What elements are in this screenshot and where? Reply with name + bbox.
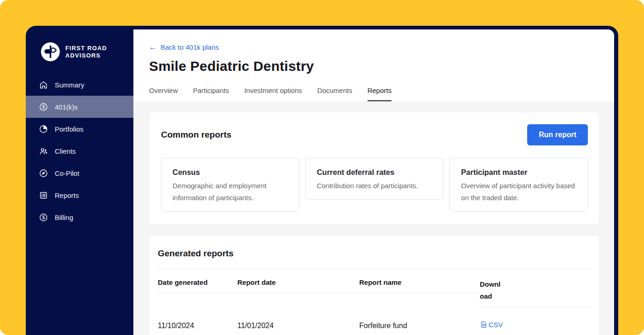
cell-date-generated: 11/10/2024: [158, 308, 237, 335]
report-card-census[interactable]: Census Demographic and employment inform…: [161, 158, 299, 212]
tab-reports[interactable]: Reports: [368, 87, 392, 101]
column-header-report-date: Report date: [237, 269, 359, 293]
report-card-description: Contribution rates of participants.: [317, 180, 432, 192]
report-card-description: Overview of participant activity based o…: [461, 180, 576, 204]
cell-report-name: Forfeiture fund: [359, 308, 480, 335]
sidebar-item-label: Reports: [55, 191, 79, 199]
sidebar-item-label: Co-Pilot: [55, 169, 79, 177]
dollar-circle-icon: $: [39, 102, 48, 112]
sidebar-item-copilot[interactable]: Co-Pilot: [26, 162, 133, 184]
compass-icon: [39, 168, 48, 178]
report-card-title: Participant master: [461, 168, 576, 177]
csv-download-link[interactable]: CSV: [480, 321, 503, 329]
document-icon: [480, 321, 488, 329]
cell-report-date: 11/01/2024: [237, 308, 359, 335]
pie-chart-icon: [39, 124, 48, 134]
report-card-title: Census: [172, 168, 288, 177]
table-header-row: Date generated Report date Report name D…: [158, 269, 591, 307]
sidebar-item-reports[interactable]: Reports: [26, 184, 133, 206]
cell-download: CSV: [480, 307, 591, 335]
report-card-participant-master[interactable]: Participant master Overview of participa…: [449, 158, 588, 212]
tab-investment-options[interactable]: Investment options: [244, 87, 302, 101]
sidebar-item-label: Billing: [55, 214, 73, 221]
generated-reports-heading: Generated reports: [156, 248, 592, 259]
svg-text:$: $: [42, 214, 45, 220]
report-card-description: Demographic and employment information o…: [172, 180, 288, 204]
brand-line1: FIRST ROAD: [65, 45, 107, 52]
clients-icon: [39, 146, 48, 156]
brand-line2: ADVISORS: [65, 52, 107, 59]
table-row: 11/10/2024 11/01/2024 Forfeiture fund CS…: [158, 307, 591, 335]
sidebar-item-clients[interactable]: Clients: [26, 140, 133, 162]
sidebar-item-portfolios[interactable]: Portfolios: [26, 118, 133, 140]
report-card-current-deferral-rates[interactable]: Current deferral rates Contribution rate…: [305, 158, 444, 200]
tab-overview[interactable]: Overview: [149, 87, 178, 101]
app-screenshot: FIRST ROAD ADVISORS Summary $ 401(k)s: [0, 0, 644, 335]
sidebar-item-label: Portfolios: [55, 125, 84, 133]
common-reports-heading: Common reports: [161, 130, 231, 140]
sidebar-item-summary[interactable]: Summary: [26, 74, 133, 96]
csv-link-label: CSV: [489, 321, 503, 329]
column-header-report-name: Report name: [359, 269, 480, 293]
dollar-circle-icon: $: [39, 213, 48, 222]
sidebar-item-label: 401(k)s: [55, 103, 78, 111]
tab-documents[interactable]: Documents: [317, 87, 352, 101]
list-icon: [39, 191, 48, 200]
content-area: Common reports Run report Census Demogra…: [133, 101, 614, 335]
report-card-title: Current deferral rates: [317, 168, 432, 177]
back-link[interactable]: ← Back to 401k plans: [149, 43, 219, 51]
sidebar: FIRST ROAD ADVISORS Summary $ 401(k)s: [26, 26, 133, 335]
sidebar-item-label: Clients: [55, 147, 76, 155]
common-reports-panel: Common reports Run report Census Demogra…: [150, 112, 599, 224]
first-road-logo-icon: [41, 42, 60, 61]
back-arrow-icon: ←: [149, 43, 157, 51]
column-header-download: Download: [480, 269, 591, 307]
sidebar-item-billing[interactable]: $ Billing: [26, 206, 133, 228]
sidebar-item-401ks[interactable]: $ 401(k)s: [26, 96, 133, 118]
page-title: Smile Pediatric Dentistry: [149, 58, 598, 74]
generated-reports-panel: Generated reports Date generated Report …: [150, 236, 599, 335]
column-header-date-generated: Date generated: [158, 269, 237, 293]
run-report-button[interactable]: Run report: [527, 124, 588, 145]
report-card-list: Census Demographic and employment inform…: [161, 158, 588, 212]
tab-bar: Overview Participants Investment options…: [149, 87, 598, 101]
home-icon: [39, 80, 48, 90]
tab-participants[interactable]: Participants: [193, 87, 229, 101]
brand-name: FIRST ROAD ADVISORS: [65, 45, 107, 59]
sidebar-nav: Summary $ 401(k)s Portfolios: [26, 74, 133, 228]
sidebar-item-label: Summary: [55, 81, 84, 89]
back-link-label: Back to 401k plans: [161, 43, 219, 51]
page-header: ← Back to 401k plans Smile Pediatric Den…: [133, 29, 614, 101]
brand: FIRST ROAD ADVISORS: [26, 26, 133, 61]
main-area: ← Back to 401k plans Smile Pediatric Den…: [133, 29, 614, 335]
svg-text:$: $: [42, 104, 45, 110]
app-window: FIRST ROAD ADVISORS Summary $ 401(k)s: [26, 26, 618, 335]
generated-reports-table: Date generated Report date Report name D…: [156, 269, 592, 335]
